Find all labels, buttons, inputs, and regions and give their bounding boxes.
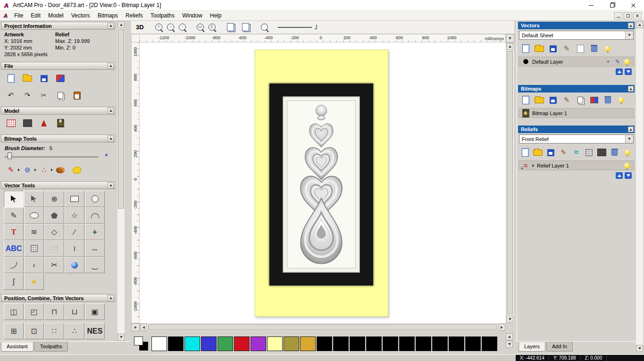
palette-swatch-12[interactable] — [350, 336, 365, 351]
primary-secondary-colour-indicator[interactable] — [134, 336, 149, 351]
layer-colour-icon[interactable] — [521, 58, 530, 66]
undo-icon[interactable]: ↶ — [5, 89, 17, 101]
open-model-icon[interactable] — [21, 72, 33, 84]
tab-toolpaths[interactable]: Toolpaths — [34, 342, 68, 352]
envelope-distort-icon[interactable] — [24, 240, 44, 257]
scroll-left-button[interactable] — [140, 324, 147, 331]
minimize-button[interactable] — [580, 0, 602, 11]
fillet-radius-icon[interactable] — [4, 257, 24, 273]
palette-swatch-19[interactable] — [465, 336, 481, 351]
palette-swatch-1[interactable] — [168, 336, 184, 351]
save-vectors-icon[interactable] — [547, 43, 559, 54]
move-layer-up-button[interactable] — [616, 68, 623, 75]
palette-swatch-18[interactable] — [449, 336, 464, 351]
palette-scroll-down-button[interactable] — [506, 341, 513, 348]
flood-fill-icon[interactable] — [71, 164, 83, 176]
delete-relief-layer-icon[interactable] — [610, 147, 620, 158]
palette-swatch-4[interactable] — [217, 336, 233, 351]
flyout-arrow-icon[interactable] — [18, 168, 20, 171]
palette-swatch-20[interactable] — [482, 336, 497, 351]
wrap-star-icon[interactable]: ★ — [24, 273, 44, 290]
create-text-icon[interactable]: T — [4, 224, 24, 240]
model-rollup-button[interactable] — [108, 108, 114, 114]
move-layer-down-button[interactable] — [625, 172, 632, 179]
nest-vectors-icon[interactable]: NES — [85, 323, 105, 339]
zoom-1to1-icon[interactable] — [207, 22, 217, 33]
export-model-icon[interactable] — [54, 72, 67, 84]
palette-swatch-8[interactable] — [284, 336, 299, 351]
zoom-in-icon[interactable] — [153, 22, 164, 33]
measure-icon[interactable]: ↔ — [85, 240, 105, 257]
relief-layer-name[interactable]: Relief Layer 1 — [537, 163, 569, 168]
menu-item-file[interactable]: File — [10, 11, 27, 20]
group-vectors-icon[interactable]: ⊞ — [4, 323, 24, 339]
palette-swatch-14[interactable] — [383, 336, 398, 351]
slider-thumb[interactable] — [8, 152, 12, 159]
guides-toggle-icon[interactable] — [240, 21, 252, 34]
draw-shapes-icon[interactable]: ⊚ — [21, 164, 33, 176]
cross-section-icon[interactable]: ∫ — [4, 273, 24, 290]
nesting-icon[interactable]: ≀ — [65, 240, 84, 257]
palette-swatch-5[interactable] — [234, 336, 250, 351]
trim-vectors-icon[interactable]: ✂ — [44, 257, 64, 273]
move-layer-down-button[interactable] — [625, 68, 632, 75]
create-star-icon[interactable]: ☆ — [65, 207, 84, 224]
bitmaps-rollup-button[interactable] — [628, 86, 634, 92]
array-copy-icon[interactable]: ∷ — [44, 323, 64, 339]
text-on-curve-icon[interactable]: ABC — [4, 240, 24, 257]
relief-select[interactable]: Front Relief — [519, 134, 634, 143]
transform-vectors-icon[interactable]: ⊕ — [44, 191, 64, 207]
scroll-up-button[interactable] — [506, 43, 513, 50]
palette-scrollbar[interactable] — [506, 333, 514, 354]
palette-swatch-16[interactable] — [416, 336, 431, 351]
flyout-arrow-icon[interactable] — [51, 168, 53, 171]
menu-item-window[interactable]: Window — [178, 11, 206, 20]
palette-swatch-9[interactable] — [300, 336, 316, 351]
paste-icon[interactable] — [71, 89, 83, 101]
create-ellipse-icon[interactable] — [24, 207, 44, 224]
paste-along-curve-icon[interactable] — [44, 240, 64, 257]
slider-track[interactable] — [5, 156, 98, 158]
menu-item-reliefs[interactable]: Reliefs — [122, 11, 147, 20]
scroll-up-button[interactable] — [117, 21, 125, 28]
interactive-sculpt-icon[interactable] — [65, 257, 84, 273]
slice-vector-icon[interactable]: ∕ — [65, 224, 84, 240]
lighting-icon[interactable] — [38, 117, 50, 129]
palette-swatch-13[interactable] — [366, 336, 382, 351]
align-bottom-icon[interactable]: ⊔ — [65, 303, 84, 320]
freehand-polyline-icon[interactable]: ‿ — [85, 257, 105, 273]
assistant-scrollbar[interactable] — [117, 21, 125, 341]
scroll-up-button[interactable] — [636, 21, 643, 28]
zoom-out-icon[interactable] — [165, 22, 176, 33]
zoom-fit-icon[interactable] — [195, 22, 206, 33]
move-layer-up-button[interactable] — [616, 172, 623, 179]
create-rectangle-icon[interactable] — [65, 191, 84, 207]
offset-vector-icon[interactable]: ◇ — [44, 224, 64, 240]
smooth-relief-icon[interactable] — [571, 147, 581, 158]
palette-swatch-0[interactable] — [151, 336, 167, 351]
select-vectors-icon[interactable] — [4, 191, 24, 207]
paint-brush-icon[interactable]: ✎ — [5, 164, 17, 176]
redo-icon[interactable]: ↷ — [21, 89, 33, 101]
align-centre-icon[interactable]: ◫ — [4, 303, 24, 320]
edit-layer-colour-icon[interactable]: ✎ — [613, 58, 622, 66]
3d-view-button[interactable]: 3D — [134, 23, 146, 32]
scatter-copy-icon[interactable]: ∴ — [65, 323, 84, 339]
vector-tools-rollup-button[interactable] — [108, 182, 114, 188]
canvas-horizontal-scrollbar[interactable] — [140, 323, 506, 331]
scroll-down-button[interactable] — [506, 316, 513, 323]
bitmap-preview-icon[interactable] — [54, 117, 67, 129]
menu-item-help[interactable]: Help — [206, 11, 226, 20]
line-width-handle[interactable]: J — [315, 24, 318, 31]
calculate-relief-icon[interactable] — [584, 147, 594, 158]
copy-bitmap-icon[interactable] — [575, 94, 586, 106]
mdi-minimize-button[interactable] — [614, 12, 623, 19]
centre-in-page-icon[interactable]: ⊡ — [24, 323, 44, 339]
menu-item-bitmaps[interactable]: Bitmaps — [94, 11, 122, 20]
vectors-rollup-button[interactable] — [628, 23, 634, 28]
merge-layers-icon[interactable]: + — [604, 58, 612, 66]
centre-in-material-icon[interactable]: ▣ — [85, 303, 105, 320]
relief-dropdown-button[interactable] — [625, 135, 633, 143]
flyout-arrow-icon[interactable] — [34, 168, 36, 171]
palette-swatch-7[interactable] — [267, 336, 283, 351]
